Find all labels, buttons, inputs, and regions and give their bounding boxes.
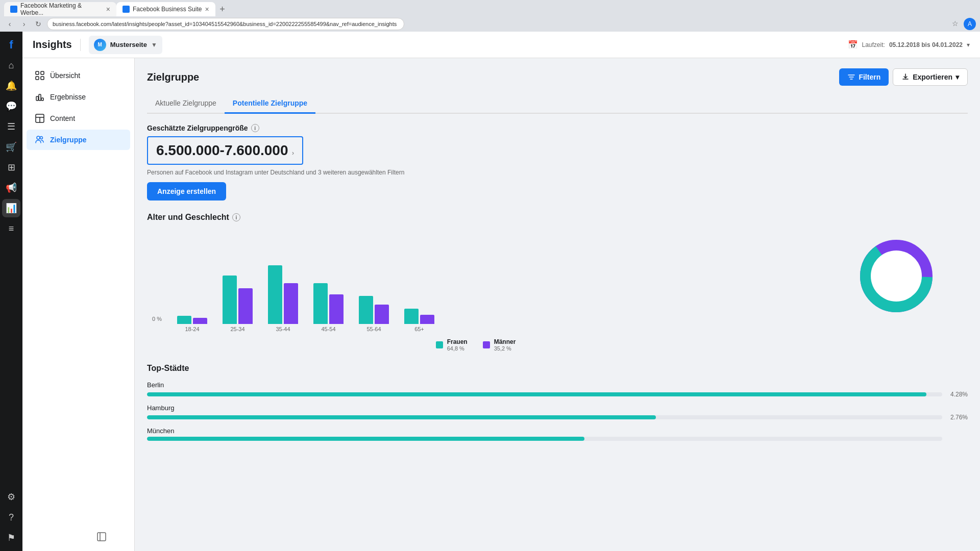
- tab-aktuelle-label: Aktuelle Zielgruppe: [155, 99, 216, 107]
- fb-logo[interactable]: f: [2, 36, 20, 54]
- chart-icon[interactable]: 📊: [2, 199, 20, 217]
- url-text: business.facebook.com/latest/insights/pe…: [53, 21, 397, 27]
- chart-legend: Frauen 64,8 % Männer 35,2 %: [147, 338, 804, 352]
- nav-item-content[interactable]: Content: [27, 108, 130, 129]
- export-chevron-icon: ▾: [955, 73, 959, 81]
- page-selector[interactable]: M Musterseite ▼: [89, 36, 162, 54]
- create-ad-button[interactable]: Anzeige erstellen: [147, 182, 226, 201]
- tab-close-1[interactable]: ×: [106, 5, 110, 13]
- audience-size-section: Geschätzte Zielgruppengröße i 6.500.000-…: [147, 124, 968, 201]
- action-buttons: Filtern Exportieren ▾: [839, 68, 968, 86]
- bar-group-18-24: 18-24: [177, 316, 207, 332]
- legend-frauen: Frauen 64,8 %: [436, 338, 468, 352]
- bar-group-45-54: 45-54: [313, 283, 344, 332]
- collapse-sidebar-btn[interactable]: [97, 532, 106, 543]
- tab-close-2[interactable]: ×: [205, 5, 209, 13]
- chart-bar-icon: [35, 92, 45, 102]
- megaphone-icon[interactable]: 📢: [2, 179, 20, 197]
- bar-manner-65plus: [420, 315, 434, 324]
- url-bar[interactable]: business.facebook.com/latest/insights/pe…: [47, 18, 404, 30]
- bar-frauen-35-44: [268, 265, 282, 324]
- audience-number-box: 6.500.000-7.600.000 ›: [147, 136, 303, 165]
- city-pct-berlin: 4.28%: [947, 391, 968, 398]
- page-title: Insights: [33, 39, 72, 51]
- audience-number: 6.500.000-7.600.000: [156, 142, 288, 158]
- nav-label-content: Content: [50, 114, 75, 122]
- city-bar-bg-hamburg: [147, 415, 942, 419]
- audience-description: Personen auf Facebook und Instagram unte…: [147, 169, 968, 176]
- bar-manner-45-54: [329, 294, 344, 324]
- chevron-down-icon: ▼: [151, 41, 157, 48]
- cart-icon[interactable]: 🛒: [2, 138, 20, 156]
- back-button[interactable]: ‹: [4, 18, 15, 30]
- people-icon: [35, 135, 45, 145]
- bookmark-icon[interactable]: ☆: [949, 18, 961, 29]
- menu-lines-icon[interactable]: ≡: [2, 219, 20, 238]
- nav-item-zielgruppe[interactable]: Zielgruppe: [27, 130, 130, 150]
- table-icon[interactable]: ⊞: [2, 158, 20, 177]
- export-button[interactable]: Exportieren ▾: [893, 68, 968, 86]
- city-bar-fill-berlin: [147, 392, 926, 396]
- city-bar-row-hamburg: 2.76%: [147, 414, 968, 421]
- tab-aktuelle-zielgruppe[interactable]: Aktuelle Zielgruppe: [147, 94, 225, 114]
- age-gender-info-icon[interactable]: i: [232, 213, 240, 221]
- audience-size-info-icon[interactable]: i: [251, 124, 259, 132]
- home-icon[interactable]: ⌂: [2, 56, 20, 74]
- section-title-row: Zielgruppe Filtern Exportieren ▾: [147, 68, 968, 86]
- forward-button[interactable]: ›: [18, 18, 30, 30]
- bar-frauen-18-24: [177, 316, 191, 324]
- nav-item-ergebnisse[interactable]: Ergebnisse: [27, 87, 130, 107]
- bell-icon[interactable]: 🔔: [2, 77, 20, 95]
- date-range-label: Laufzeit:: [862, 41, 885, 48]
- legend-frauen-pct: 64,8 %: [447, 345, 468, 352]
- legend-manner: Männer 35,2 %: [483, 338, 516, 352]
- left-nav: Übersicht Ergebnisse Content: [22, 58, 135, 551]
- bar-frauen-55-64: [359, 296, 373, 324]
- grid-icon: [35, 70, 45, 81]
- tab-1[interactable]: Facebook Marketing & Werbe... ×: [4, 2, 116, 16]
- svg-rect-4: [36, 96, 38, 101]
- date-range-value: 05.12.2018 bis 04.01.2022: [889, 41, 963, 48]
- bar-label-25-34: 25-34: [230, 326, 244, 332]
- header-divider: [80, 39, 81, 51]
- nav-item-uebersicht[interactable]: Übersicht: [27, 65, 130, 86]
- reload-button[interactable]: ↻: [33, 18, 44, 30]
- bar-group-35-44: 35-44: [268, 265, 298, 332]
- bar-manner-18-24: [193, 318, 207, 324]
- gear-icon[interactable]: ⚙: [2, 488, 20, 506]
- profile-icon[interactable]: A: [964, 18, 976, 30]
- svg-point-10: [37, 136, 40, 139]
- legend-manner-name: Männer: [494, 338, 516, 345]
- flag-icon[interactable]: ⚑: [2, 529, 20, 547]
- svg-rect-12: [97, 533, 106, 541]
- age-gender-title: Alter und Geschlecht i: [147, 213, 968, 222]
- tab-favicon-2: [122, 6, 130, 13]
- audience-number-chevron: ›: [292, 149, 294, 157]
- audience-tabs: Aktuelle Zielgruppe Potentielle Zielgrup…: [147, 94, 968, 114]
- age-gender-section: Alter und Geschlecht i 0 %: [147, 213, 968, 352]
- svg-rect-5: [39, 94, 41, 101]
- filter-label: Filtern: [859, 73, 880, 81]
- nav-label-uebersicht: Übersicht: [50, 71, 80, 80]
- tab-favicon-1: [10, 6, 17, 13]
- date-range-chevron-icon[interactable]: ▾: [967, 41, 970, 48]
- city-row-berlin: Berlin 4.28%: [147, 381, 968, 398]
- svg-point-11: [40, 137, 43, 139]
- city-bar-fill-munchen: [147, 437, 584, 441]
- svg-rect-3: [41, 77, 44, 80]
- legend-frauen-name: Frauen: [447, 338, 468, 345]
- bar-frauen-65plus: [404, 309, 419, 324]
- city-row-hamburg: Hamburg 2.76%: [147, 404, 968, 421]
- help-icon[interactable]: ?: [2, 508, 20, 527]
- list-icon[interactable]: ☰: [2, 117, 20, 136]
- create-ad-label: Anzeige erstellen: [157, 187, 216, 195]
- chat-icon[interactable]: 💬: [2, 97, 20, 115]
- tab-potentielle-zielgruppe[interactable]: Potentielle Zielgruppe: [225, 94, 315, 114]
- cities-section: Top-Städte Berlin 4.28% Hamburg: [147, 364, 968, 441]
- audience-size-text: Geschätzte Zielgruppengröße: [147, 124, 248, 132]
- new-tab-button[interactable]: +: [215, 2, 230, 16]
- city-bar-bg-munchen: [147, 437, 942, 441]
- filter-button[interactable]: Filtern: [839, 68, 889, 86]
- tab-2[interactable]: Facebook Business Suite ×: [116, 2, 215, 16]
- section-title: Zielgruppe: [147, 71, 199, 83]
